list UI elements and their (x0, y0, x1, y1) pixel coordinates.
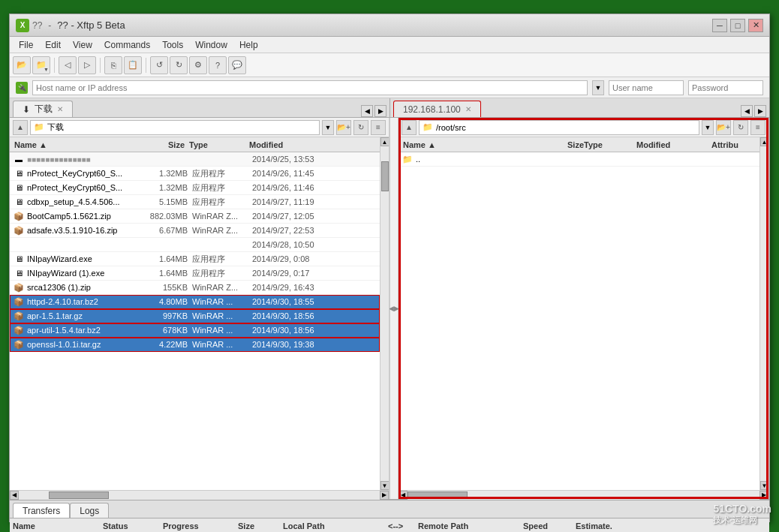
pane-divider[interactable]: ◀▶ (390, 118, 399, 499)
tab-logs[interactable]: Logs (70, 503, 109, 518)
tb-folder[interactable]: 📁▼ (32, 56, 50, 74)
remote-col-size[interactable]: Size (535, 140, 584, 149)
file-row[interactable]: ▬ ■■■■■■■■■■■■■■ 2014/9/25, 13:53 (10, 152, 380, 167)
minimize-button[interactable]: ─ (712, 19, 727, 32)
file-row[interactable]: 🖥 cdbxp_setup_4.5.4.506... 5.15MB 应用程序 2… (10, 195, 380, 209)
remote-scroll-thumb[interactable] (408, 491, 468, 499)
remote-view-toggle[interactable]: ≡ (750, 120, 765, 135)
file-row[interactable]: 📦 httpd-2.4.10.tar.bz2 4.80MB WinRAR ...… (10, 295, 380, 309)
tb-back[interactable]: ◁ (59, 56, 77, 74)
remote-scroll-track2[interactable] (408, 491, 759, 500)
t-col-remote[interactable]: Remote Path (418, 521, 523, 530)
file-row[interactable]: 📦 srca12306 (1).zip 155KB WinRAR Z... 20… (10, 281, 380, 295)
tab-local-close[interactable]: ✕ (57, 105, 63, 113)
local-file-header: Name ▲ Size Type Modified (10, 137, 380, 152)
remote-up-btn[interactable]: ▲ (402, 120, 417, 135)
remote-new-folder[interactable]: 📂+ (716, 120, 731, 135)
remote-scroll-track[interactable] (760, 146, 769, 481)
menu-view[interactable]: View (67, 37, 98, 53)
remote-col-attrib[interactable]: Attribu (711, 140, 756, 149)
local-col-modified[interactable]: Modified (249, 140, 377, 149)
tab-transfers[interactable]: Transfers (13, 503, 70, 518)
local-scroll-left[interactable]: ◀ (10, 491, 19, 500)
addr-dropdown[interactable]: ▼ (592, 80, 604, 95)
remote-scroll-left[interactable]: ◀ (399, 491, 408, 500)
tab-local-download[interactable]: ⬇ 下载 ✕ (13, 101, 73, 117)
host-input[interactable] (32, 80, 588, 95)
file-row[interactable]: 🖥 INIpayWizard.exe 1.64MB 应用程序 2014/9/29… (10, 252, 380, 266)
local-horiz-scroll[interactable]: ◀ ▶ (10, 490, 389, 499)
remote-col-modified[interactable]: Modified (636, 140, 711, 149)
password-input[interactable] (688, 80, 763, 95)
remote-refresh[interactable]: ↻ (733, 120, 748, 135)
file-row[interactable]: 🖥 INIpayWizard (1).exe 1.64MB 应用程序 2014/… (10, 266, 380, 281)
tb-settings[interactable]: ⚙ (189, 56, 207, 74)
local-new-folder[interactable]: 📂+ (336, 120, 351, 135)
t-col-speed[interactable]: Speed (523, 521, 576, 530)
maximize-button[interactable]: □ (730, 19, 745, 32)
file-row[interactable]: 📦 BootCamp5.1.5621.zip 882.03MB WinRAR Z… (10, 209, 380, 224)
local-scroll-right[interactable]: ▶ (380, 491, 389, 500)
local-scroll-track[interactable] (19, 491, 380, 500)
tb-chat[interactable]: 💬 (228, 56, 246, 74)
local-scrollbar[interactable]: ▲ ▼ (380, 137, 389, 490)
file-row[interactable]: 📦 openssl-1.0.1i.tar.gz 4.22MB WinRAR ..… (10, 338, 380, 352)
t-col-arrow[interactable]: <--> (388, 521, 418, 530)
tab-local-next[interactable]: ▶ (374, 105, 386, 117)
local-col-type[interactable]: Type (189, 140, 249, 149)
menu-tools[interactable]: Tools (156, 37, 189, 53)
scroll-track[interactable] (380, 146, 390, 481)
username-input[interactable] (609, 80, 684, 95)
scroll-thumb[interactable] (381, 161, 389, 191)
menu-commands[interactable]: Commands (98, 37, 156, 53)
local-col-size[interactable]: Size (140, 140, 189, 149)
local-scroll-thumb[interactable] (49, 491, 109, 499)
t-col-status[interactable]: Status (103, 521, 163, 530)
remote-col-type[interactable]: Type (584, 140, 636, 149)
local-refresh[interactable]: ↻ (353, 120, 368, 135)
remote-scroll-right[interactable]: ▶ (759, 491, 768, 500)
tb-new-local[interactable]: 📂 (13, 56, 31, 74)
file-row[interactable]: 📦 apr-util-1.5.4.tar.bz2 678KB WinRAR ..… (10, 323, 380, 338)
remote-path-dropdown[interactable]: ▼ (702, 120, 714, 135)
tb-copy2[interactable]: 📋 (124, 56, 142, 74)
scroll-down-btn[interactable]: ▼ (380, 481, 390, 490)
local-path-dropdown[interactable]: ▼ (322, 120, 334, 135)
tb-forward[interactable]: ▷ (78, 56, 96, 74)
tab-remote-close[interactable]: ✕ (465, 105, 471, 113)
file-row[interactable]: 📦 apr-1.5.1.tar.gz 997KB WinRAR ... 2014… (10, 309, 380, 323)
t-col-name[interactable]: Name (13, 521, 103, 530)
menu-window[interactable]: Window (189, 37, 233, 53)
tb-refresh1[interactable]: ↺ (150, 56, 168, 74)
close-button[interactable]: ✕ (748, 19, 763, 32)
file-row[interactable]: 🖥 nProtect_KeyCrypt60_S... 1.32MB 应用程序 2… (10, 167, 380, 181)
remote-col-name[interactable]: Name ▲ (402, 140, 535, 149)
file-name: nProtect_KeyCrypt60_S... (27, 169, 143, 178)
tab-local-prev[interactable]: ◀ (361, 105, 373, 117)
t-col-local[interactable]: Local Path (283, 521, 388, 530)
tb-refresh2[interactable]: ↻ (170, 56, 188, 74)
scroll-up-btn[interactable]: ▲ (380, 137, 390, 146)
remote-file-row[interactable]: 📁 .. (399, 152, 759, 167)
menu-edit[interactable]: Edit (39, 37, 67, 53)
remote-scroll-up[interactable]: ▲ (760, 137, 769, 146)
tb-help[interactable]: ? (209, 56, 227, 74)
tab-remote-server[interactable]: 192.168.1.100 ✕ (393, 101, 481, 117)
remote-scroll-down[interactable]: ▼ (760, 481, 769, 490)
remote-scrollbar[interactable]: ▲ ▼ (759, 137, 768, 490)
tab-remote-next[interactable]: ▶ (754, 105, 766, 117)
remote-tab-nav: ◀ ▶ (741, 105, 766, 117)
file-row[interactable]: 🖥 nProtect_KeyCrypt60_S... 1.32MB 应用程序 2… (10, 181, 380, 195)
local-up-btn[interactable]: ▲ (13, 120, 28, 135)
menu-help[interactable]: Help (233, 37, 264, 53)
file-row[interactable]: 2014/9/28, 10:50 (10, 238, 380, 252)
tb-copy[interactable]: ⎘ (104, 56, 122, 74)
t-col-size[interactable]: Size (238, 521, 283, 530)
t-col-progress[interactable]: Progress (163, 521, 238, 530)
tab-remote-prev[interactable]: ◀ (741, 105, 753, 117)
file-row[interactable]: 📦 adsafe.v3.5.1.910-16.zip 6.67MB WinRAR… (10, 224, 380, 238)
local-col-name[interactable]: Name ▲ (13, 140, 140, 149)
menu-file[interactable]: File (13, 37, 39, 53)
local-view-toggle[interactable]: ≡ (371, 120, 386, 135)
remote-horiz-scroll[interactable]: ◀ ▶ (399, 490, 768, 499)
